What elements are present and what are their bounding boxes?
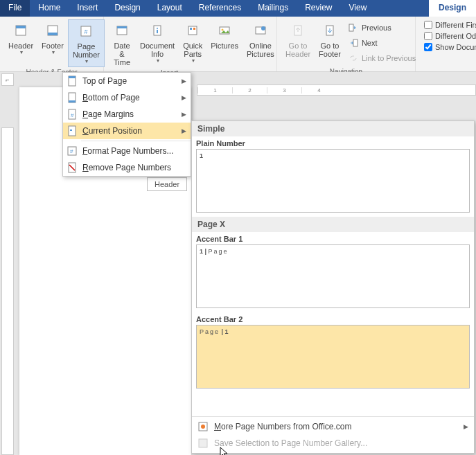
goto-footer-button[interactable]: Go to Footer (315, 19, 345, 66)
dropdown-arrow-icon: ▾ (157, 58, 159, 64)
menu-label: Current Position (82, 126, 142, 136)
different-first-label: Different First (435, 21, 476, 29)
svg-rect-21 (353, 39, 358, 46)
calendar-icon (112, 21, 132, 40)
preview-text: Page | 1 (200, 328, 229, 335)
ruler-tick: 2 (232, 87, 267, 93)
svg-point-17 (261, 26, 265, 30)
menu-top-of-page[interactable]: Top of Page ▶ (63, 73, 191, 89)
submenu-arrow-icon: ▶ (182, 111, 186, 118)
tab-layout[interactable]: Layout (149, 0, 191, 17)
document-info-button[interactable]: Document Info▾ (136, 19, 179, 68)
submenu-arrow-icon: ▶ (182, 94, 186, 101)
quick-parts-button[interactable]: Quick Parts▾ (179, 19, 206, 68)
tab-mailings[interactable]: Mailings (249, 0, 297, 17)
menu-label: Remove Page Numbers (82, 163, 171, 172)
svg-rect-36 (199, 439, 207, 447)
ruler-tick: 4 (301, 87, 336, 93)
previous-icon (348, 22, 359, 33)
menu-current-position[interactable]: Current Position ▶ (63, 123, 191, 139)
previous-button[interactable]: Previous (348, 21, 416, 35)
tab-insert[interactable]: Insert (69, 0, 106, 17)
menu-label: Page Margins (82, 109, 134, 119)
submenu-arrow-icon: ▶ (182, 127, 186, 134)
svg-rect-3 (48, 33, 58, 35)
svg-rect-29 (70, 130, 72, 131)
date-time-button[interactable]: Date & Time (108, 19, 136, 68)
gallery-footer: More Page Numbers from Office.com ▶ Save… (192, 416, 474, 453)
contextual-tab-design[interactable]: Design (429, 0, 476, 17)
page-margins-icon: # (66, 108, 78, 121)
more-page-numbers-button[interactable]: More Page Numbers from Office.com ▶ (192, 418, 474, 435)
menu-separator (81, 141, 191, 141)
pictures-button[interactable]: Pictures (206, 19, 243, 68)
ruler-tick: 1 (197, 87, 232, 93)
tab-view[interactable]: View (341, 0, 376, 17)
horizontal-ruler[interactable]: 1 2 3 4 (197, 84, 476, 96)
gallery-item-plain-number-label: Plain Number (192, 136, 474, 149)
svg-rect-10 (157, 30, 158, 33)
tab-review[interactable]: Review (297, 0, 340, 17)
show-document-checkbox[interactable]: Show Document (424, 42, 476, 53)
checkbox-icon[interactable] (424, 43, 432, 51)
tab-file[interactable]: File (0, 0, 30, 17)
gallery-item-accent-bar-1-label: Accent Bar 1 (192, 232, 474, 244)
gallery-item-plain-number[interactable]: 1 (196, 149, 470, 213)
menu-bottom-of-page[interactable]: Bottom of Page ▶ (63, 89, 191, 106)
svg-rect-20 (349, 24, 353, 31)
gallery-item-accent-bar-1[interactable]: 1 | Page (196, 244, 470, 308)
checkbox-icon[interactable] (424, 32, 432, 40)
different-odd-label: Different Odd (435, 32, 476, 40)
goto-header-button[interactable]: Go to Header (281, 19, 315, 66)
submenu-arrow-icon: ▶ (464, 423, 468, 430)
online-pictures-label: Online Pictures (247, 42, 274, 58)
date-time-label: Date & Time (112, 42, 132, 66)
tab-references[interactable]: References (191, 0, 249, 17)
next-label: Next (362, 39, 378, 47)
different-odd-checkbox[interactable]: Different Odd (424, 30, 476, 42)
quick-parts-label: Quick Parts (183, 42, 202, 58)
link-previous-button[interactable]: Link to Previous (348, 51, 416, 65)
submenu-arrow-icon: ▶ (182, 78, 186, 84)
dropdown-arrow-icon: ▾ (85, 59, 88, 65)
show-document-label: Show Document (435, 43, 476, 51)
ruler-tick: 3 (267, 87, 301, 93)
svg-text:#: # (85, 28, 88, 35)
menu-label: Top of Page (82, 76, 127, 86)
goto-footer-label: Go to Footer (319, 42, 341, 58)
preview-number: 1 (200, 152, 203, 159)
footer-button[interactable]: Footer▾ (37, 19, 68, 67)
gallery-item-accent-bar-2-label: Accent Bar 2 (192, 312, 474, 325)
svg-text:#: # (71, 112, 74, 118)
menu-page-margins[interactable]: # Page Margins ▶ (63, 106, 191, 123)
doc-info-label: Document Info (140, 42, 175, 58)
different-first-checkbox[interactable]: Different First (424, 19, 476, 30)
gallery-section-page-x: Page X (192, 217, 474, 232)
pictures-label: Pictures (211, 42, 238, 50)
checkbox-icon[interactable] (424, 21, 432, 29)
header-button[interactable]: Header▾ (4, 19, 37, 67)
menu-format-page-numbers[interactable]: # Format Page Numbers... (63, 143, 191, 159)
page-number-gallery: Simple Plain Number 1 Page X Accent Bar … (191, 121, 475, 454)
svg-point-35 (201, 425, 205, 429)
page-top-icon (66, 75, 78, 87)
workspace: ⌐ 1 2 3 4 Header Top of Page ▶ Bottom of… (0, 72, 476, 455)
ribbon-tabs: File Home Insert Design Layout Reference… (0, 0, 476, 17)
online-pictures-button[interactable]: Online Pictures (243, 19, 279, 68)
svg-rect-12 (190, 28, 192, 30)
svg-rect-7 (117, 26, 127, 28)
gallery-item-accent-bar-2[interactable]: Page | 1 (196, 325, 470, 389)
page-bottom-icon (66, 91, 78, 104)
next-button[interactable]: Next (348, 36, 416, 50)
menu-remove-page-numbers[interactable]: Remove Page Numbers (63, 159, 191, 176)
vertical-ruler[interactable] (1, 127, 14, 455)
ruler-corner: ⌐ (1, 73, 14, 86)
tab-home[interactable]: Home (30, 0, 69, 17)
svg-text:#: # (70, 148, 73, 154)
gallery-scroll[interactable]: Simple Plain Number 1 Page X Accent Bar … (192, 121, 474, 416)
tab-design[interactable]: Design (106, 0, 148, 17)
page-number-button[interactable]: # Page Number▾ (68, 19, 105, 67)
format-numbers-icon: # (66, 145, 78, 157)
ribbon: Header▾ Footer▾ # Page Number▾ Header & … (0, 17, 476, 72)
svg-point-15 (222, 29, 224, 31)
